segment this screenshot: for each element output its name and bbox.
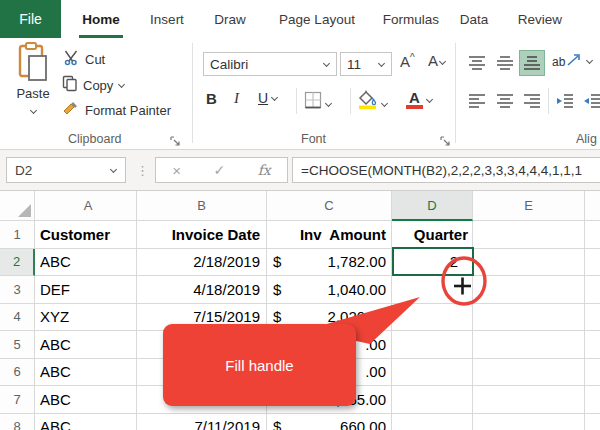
column-header-partial[interactable] xyxy=(585,191,600,221)
cell-d4[interactable] xyxy=(392,304,473,332)
tab-page-layout[interactable]: Page Layout xyxy=(270,0,364,38)
row-header-7[interactable]: 7 xyxy=(0,386,35,414)
cell-f5[interactable] xyxy=(585,331,600,359)
cut-button[interactable]: Cut xyxy=(64,50,105,69)
paste-label: Paste xyxy=(10,86,56,101)
cell-e8[interactable] xyxy=(473,414,585,430)
cell-b3[interactable]: 4/18/2019 xyxy=(137,276,267,304)
cell-e5[interactable] xyxy=(473,331,585,359)
column-header-b[interactable]: B xyxy=(137,191,267,221)
font-color-letter: A xyxy=(409,89,420,106)
align-left-button[interactable] xyxy=(464,88,490,114)
cell-d1[interactable]: Quarter xyxy=(392,221,473,249)
column-header-c[interactable]: C xyxy=(267,191,392,221)
cell-d6[interactable] xyxy=(392,359,473,387)
align-right-button[interactable] xyxy=(519,88,545,114)
cell-a3[interactable]: DEF xyxy=(35,276,137,304)
cell-a6[interactable]: ABC xyxy=(35,359,137,387)
cell-a5[interactable]: ABC xyxy=(35,331,137,359)
cell-a8[interactable]: ABC xyxy=(35,414,137,430)
cell-d7[interactable] xyxy=(392,386,473,414)
tab-review[interactable]: Review xyxy=(512,0,568,38)
cell-c2[interactable]: $1,782.00 xyxy=(267,249,392,277)
increase-indent-button[interactable] xyxy=(579,88,600,114)
cell-b8[interactable]: 7/11/2019 xyxy=(137,414,267,430)
fill-color-button[interactable] xyxy=(358,90,388,113)
row-header-1[interactable]: 1 xyxy=(0,221,35,249)
cell-e6[interactable] xyxy=(473,359,585,387)
cell-f4[interactable] xyxy=(585,304,600,332)
cell-d3[interactable] xyxy=(392,276,473,304)
cell-e7[interactable] xyxy=(473,386,585,414)
cell-a4[interactable]: XYZ xyxy=(35,304,137,332)
bottom-align-button[interactable] xyxy=(519,50,545,76)
cell-f3[interactable] xyxy=(585,276,600,304)
cell-c1[interactable]: Inv Amount xyxy=(267,221,392,249)
cell-e4[interactable] xyxy=(473,304,585,332)
cell-b2[interactable]: 2/18/2019 xyxy=(137,249,267,277)
italic-button[interactable]: I xyxy=(234,90,239,107)
insert-function-icon[interactable]: fx xyxy=(258,162,271,178)
row-header-2[interactable]: 2 xyxy=(0,249,35,277)
font-dialog-launcher[interactable] xyxy=(440,133,452,145)
row-header-6[interactable]: 6 xyxy=(0,359,35,387)
row-header-3[interactable]: 3 xyxy=(0,276,35,304)
cell-d8[interactable] xyxy=(392,414,473,430)
sheet-row-8: 8 ABC 7/11/2019 $660.00 xyxy=(0,414,600,430)
align-center-button[interactable] xyxy=(492,88,518,114)
cell-c3[interactable]: $1,040.00 xyxy=(267,276,392,304)
cell-f1[interactable] xyxy=(585,221,600,249)
cell-c8[interactable]: $660.00 xyxy=(267,414,392,430)
format-painter-button[interactable]: Format Painter xyxy=(62,101,171,120)
clipboard-dialog-launcher[interactable] xyxy=(170,133,182,145)
bold-button[interactable]: B xyxy=(206,90,217,107)
cell-e3[interactable] xyxy=(473,276,585,304)
tab-draw[interactable]: Draw xyxy=(208,0,252,38)
column-header-a[interactable]: A xyxy=(35,191,137,221)
cell-b1[interactable]: Invoice Date xyxy=(137,221,267,249)
tab-formulas[interactable]: Formulas xyxy=(382,0,440,38)
cell-a2[interactable]: ABC xyxy=(35,249,137,277)
orientation-button[interactable]: ab xyxy=(552,54,593,69)
row-header-5[interactable]: 5 xyxy=(0,331,35,359)
copy-label: Copy xyxy=(83,78,113,93)
ribbon-tab-bar: File Home Insert Draw Page Layout Formul… xyxy=(0,0,600,38)
column-header-d[interactable]: D xyxy=(392,191,473,221)
cell-a1[interactable]: Customer xyxy=(35,221,137,249)
tab-insert[interactable]: Insert xyxy=(144,0,190,38)
formula-input[interactable]: =CHOOSE(MONTH(B2),2,2,2,3,3,3,4,4,4,1,1,… xyxy=(292,157,600,183)
middle-align-button[interactable] xyxy=(492,50,518,76)
underline-button[interactable]: U xyxy=(258,90,278,106)
top-align-button[interactable] xyxy=(464,50,490,76)
borders-button[interactable] xyxy=(304,91,332,113)
shrink-font-button[interactable]: A xyxy=(428,52,446,69)
tab-file[interactable]: File xyxy=(0,0,61,38)
copy-button[interactable]: Copy xyxy=(62,75,125,95)
cell-f6[interactable] xyxy=(585,359,600,387)
cancel-icon[interactable]: × xyxy=(172,162,181,179)
name-box[interactable]: D2 xyxy=(6,157,126,183)
paste-button[interactable]: Paste xyxy=(10,42,56,119)
cell-f7[interactable] xyxy=(585,386,600,414)
cell-e1[interactable] xyxy=(473,221,585,249)
row-header-8[interactable]: 8 xyxy=(0,414,35,430)
font-size-combo[interactable]: 11 xyxy=(340,52,392,76)
font-color-chevron-icon xyxy=(426,97,433,104)
column-header-e[interactable]: E xyxy=(473,191,585,221)
grow-font-button[interactable]: A^ xyxy=(400,52,415,70)
tab-data[interactable]: Data xyxy=(456,0,492,38)
enter-icon[interactable]: ✓ xyxy=(213,162,225,178)
fill-color-chevron-icon xyxy=(381,101,388,108)
orientation-icon: ab xyxy=(552,54,581,69)
cell-f8[interactable] xyxy=(585,414,600,430)
row-header-4[interactable]: 4 xyxy=(0,304,35,332)
tab-home[interactable]: Home xyxy=(77,0,125,38)
cell-f2[interactable] xyxy=(585,249,600,277)
cell-e2[interactable] xyxy=(473,249,585,277)
cell-a7[interactable]: ABC xyxy=(35,386,137,414)
select-all-corner[interactable] xyxy=(0,191,35,221)
font-color-button[interactable]: A xyxy=(406,89,433,109)
decrease-indent-button[interactable] xyxy=(552,88,578,114)
cell-d5[interactable] xyxy=(392,331,473,359)
font-name-combo[interactable]: Calibri xyxy=(203,52,337,76)
